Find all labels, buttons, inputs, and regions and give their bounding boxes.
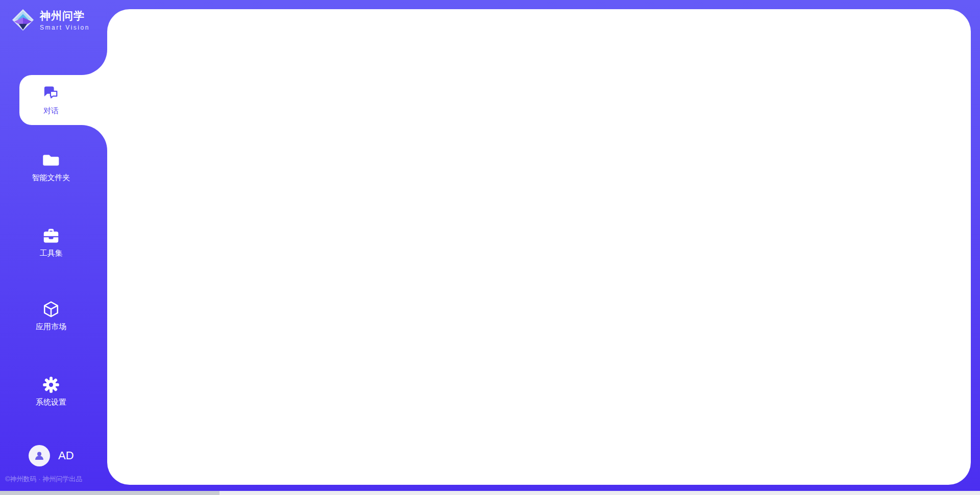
sidebar-item-app-market[interactable]: 应用市场: [0, 300, 102, 332]
sidebar-item-label: 系统设置: [36, 398, 66, 407]
scrollbar-thumb[interactable]: [0, 491, 219, 495]
sidebar-item-label: 智能文件夹: [32, 173, 70, 183]
user-account[interactable]: AD: [29, 445, 74, 466]
sidebar-item-smart-folder[interactable]: 智能文件夹: [0, 151, 102, 183]
person-icon: [33, 450, 45, 462]
brand-name: 神州问学: [40, 9, 90, 23]
toolbox-icon: [42, 227, 60, 245]
horizontal-scrollbar[interactable]: [0, 491, 980, 495]
brand: 神州问学 Smart Vision: [11, 8, 90, 32]
sidebar-item-label: 工具集: [40, 249, 63, 258]
sidebar: 神州问学 Smart Vision 智能文件夹 工具集 应用市场: [0, 0, 107, 495]
copyright-text: ©神州数码 · 神州问学出品: [5, 475, 102, 484]
cube-icon: [42, 300, 60, 318]
gear-icon: [42, 376, 60, 394]
sidebar-item-toolset[interactable]: 工具集: [0, 227, 102, 258]
brand-diamond-logo-icon: [11, 8, 35, 32]
main-content-panel: [107, 9, 971, 485]
sidebar-item-settings[interactable]: 系统设置: [0, 376, 102, 407]
avatar: [29, 445, 50, 466]
folder-icon: [42, 151, 60, 169]
sidebar-item-label: 应用市场: [36, 322, 66, 332]
user-name: AD: [58, 449, 74, 462]
brand-subtitle: Smart Vision: [40, 24, 90, 31]
